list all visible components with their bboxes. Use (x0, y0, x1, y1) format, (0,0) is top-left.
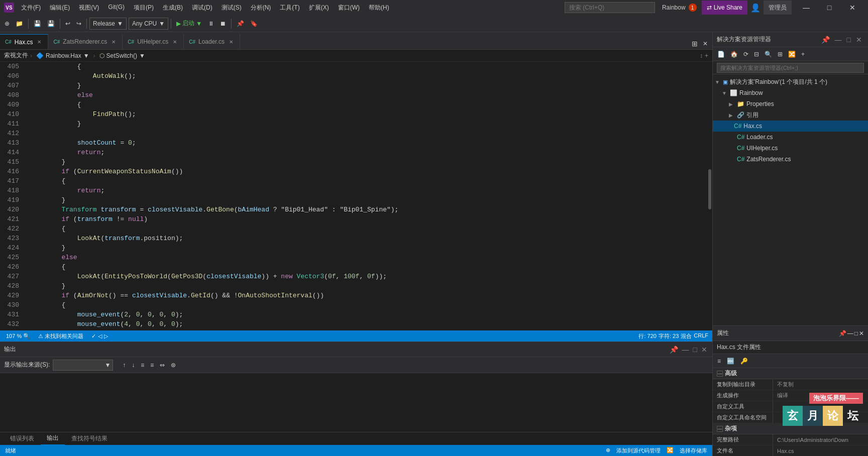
close-button[interactable]: ✕ (841, 0, 864, 15)
se-collapse-all[interactable]: ⊟ (751, 49, 762, 59)
expand-btn[interactable]: ↕ (700, 52, 703, 59)
tree-zats-cs[interactable]: ▶ C# ZatsRenderer.cs (713, 154, 868, 165)
tab-uihelper[interactable]: C# UIHelper.cs ✕ (123, 34, 184, 49)
notification-badge[interactable]: 1 (689, 4, 697, 12)
prop-custom[interactable]: 🔑 (738, 356, 750, 366)
nav-next2[interactable]: ▷ (104, 333, 108, 339)
breadcrumb-project[interactable]: 索视文件 (4, 51, 28, 60)
platform-dropdown[interactable]: Any CPU ▼ (129, 18, 168, 30)
se-properties[interactable]: 📄 (715, 49, 727, 59)
tab-close-ui[interactable]: ✕ (171, 38, 178, 45)
warning-status[interactable]: ⚠ 未找到相关问题 (36, 332, 85, 340)
advanced-collapse[interactable]: — (717, 371, 723, 377)
prop-pin[interactable]: 📌 (839, 330, 846, 337)
prop-section-advanced[interactable]: — 高级 (713, 368, 868, 379)
toolbar-misc1[interactable]: 📌 (234, 19, 247, 29)
menu-debug[interactable]: 调试(D) (188, 2, 216, 14)
live-share-button[interactable]: ⇄ Live Share (702, 1, 747, 15)
editor-scrollbar[interactable] (705, 62, 712, 330)
stop-button[interactable]: ⏹ (218, 19, 229, 29)
menu-window[interactable]: 窗口(W) (334, 2, 364, 14)
class-dropdown[interactable]: 🔷 Rainbow.Hax ▼ (34, 51, 91, 60)
tree-uihelper-cs[interactable]: ▶ C# UIHelper.cs (713, 143, 868, 154)
add-source-control[interactable]: 添加到源代码管理 (616, 447, 661, 454)
tab-zats[interactable]: C# ZatsRenderer.cs ✕ (48, 34, 123, 49)
prop-minimize[interactable]: — (847, 330, 853, 337)
output-pin2[interactable]: ⊛ (168, 360, 178, 370)
menu-edit[interactable]: 编辑(E) (46, 2, 74, 14)
output-stretch[interactable]: ⇔ (157, 360, 167, 370)
output-align-right[interactable]: ≡ (148, 360, 156, 370)
se-filter[interactable]: 🔍 (762, 49, 775, 59)
se-close[interactable]: ✕ (854, 35, 864, 45)
minimize-button[interactable]: — (795, 0, 818, 15)
tree-loader-cs[interactable]: ▶ C# Loader.cs (713, 132, 868, 143)
menu-help[interactable]: 帮助(H) (365, 2, 393, 14)
tab-hax-cs[interactable]: C# Hax.cs ✕ (0, 34, 48, 49)
tab-loader[interactable]: C# Loader.cs ✕ (184, 34, 240, 49)
zoom-status[interactable]: 107 % 🔍 (4, 333, 32, 339)
scroll-thumb[interactable] (708, 169, 711, 209)
output-up[interactable]: ↑ (120, 360, 128, 370)
prop-maximize[interactable]: □ (854, 330, 858, 337)
tab-error-list[interactable]: 错误列表 (4, 432, 41, 445)
menu-git[interactable]: Git(G) (104, 2, 129, 14)
tab-close-hax[interactable]: ✕ (36, 39, 43, 46)
nav-prev[interactable]: ✓ (91, 333, 96, 339)
tree-properties[interactable]: ▶ 📁 Properties (713, 98, 868, 109)
global-search-input[interactable] (565, 2, 655, 13)
admin-button[interactable]: 管理员 (764, 1, 792, 15)
menu-file[interactable]: 文件(F) (17, 2, 45, 14)
play-button[interactable]: ▶ 启动 ▼ (174, 18, 204, 29)
menu-view[interactable]: 视图(V) (75, 2, 103, 14)
editor-close-btn[interactable]: ✕ (700, 39, 710, 49)
se-pending[interactable]: ⊞ (775, 49, 785, 59)
toolbar-new[interactable]: ⊕ (2, 19, 12, 29)
se-search-input[interactable] (717, 63, 864, 73)
prop-section-misc[interactable]: — 杂项 (713, 423, 868, 434)
tree-hax-cs[interactable]: C# Hax.cs (713, 121, 868, 132)
se-add[interactable]: + (799, 49, 807, 59)
panel-pin[interactable]: 📌 (669, 345, 679, 355)
member-dropdown[interactable]: ⬡ SetSwitch() ▼ (97, 51, 147, 60)
build-config-dropdown[interactable]: Release ▼ (89, 18, 127, 30)
tab-output[interactable]: 输出 (41, 432, 65, 445)
tree-rainbow-project[interactable]: ▼ ⬜ Rainbow (713, 87, 868, 98)
prop-sort-alpha[interactable]: 🔤 (724, 356, 737, 366)
code-editor[interactable]: 4054064074084094104114124134144154164174… (0, 62, 712, 330)
maximize-button[interactable]: □ (818, 0, 841, 15)
se-pin[interactable]: 📌 (819, 35, 832, 45)
add-btn[interactable]: + (705, 52, 708, 59)
output-align-left[interactable]: ≡ (138, 360, 147, 370)
panel-maximize[interactable]: □ (692, 345, 698, 355)
se-minimize[interactable]: — (833, 35, 844, 45)
toolbar-save[interactable]: 💾 (31, 19, 44, 29)
toolbar-open[interactable]: 📁 (13, 19, 26, 29)
code-content[interactable]: { AutoWalk(); } else { FindPath(); } sho… (25, 62, 705, 330)
editor-layout-btn[interactable]: ⊞ (689, 38, 700, 49)
select-repo[interactable]: 选择存储库 (680, 447, 707, 454)
toolbar-misc2[interactable]: 🔖 (248, 19, 260, 29)
prop-sort-cat[interactable]: ≡ (715, 356, 723, 366)
menu-build[interactable]: 生成(B) (159, 2, 187, 14)
se-refresh[interactable]: ⟳ (741, 49, 751, 59)
tree-solution[interactable]: ▼ ▣ 解决方案'Rainbow'(1 个项目/共 1 个) (713, 76, 868, 87)
tab-close-zats[interactable]: ✕ (110, 38, 117, 45)
misc-collapse[interactable]: — (717, 426, 723, 432)
panel-collapse[interactable]: — (681, 345, 690, 355)
panel-close[interactable]: ✕ (700, 345, 708, 355)
menu-extensions[interactable]: 扩展(X) (305, 2, 333, 14)
prop-close[interactable]: ✕ (859, 330, 864, 337)
toolbar-redo[interactable]: ↪ (74, 19, 84, 29)
se-git[interactable]: 🔀 (786, 49, 798, 59)
toolbar-saveall[interactable]: 💾 (45, 19, 57, 29)
tab-find-symbol[interactable]: 查找符号结果 (65, 432, 114, 445)
menu-analyze[interactable]: 分析(N) (247, 2, 275, 14)
tree-references[interactable]: ▶ 🔗 引用 (713, 109, 868, 121)
menu-project[interactable]: 项目(P) (130, 2, 158, 14)
menu-tools[interactable]: 工具(T) (276, 2, 303, 14)
menu-test[interactable]: 测试(S) (218, 2, 246, 14)
pause-button[interactable]: ⏸ (205, 19, 216, 29)
toolbar-undo[interactable]: ↩ (63, 19, 73, 29)
nav-next[interactable]: ◁ (98, 333, 102, 339)
